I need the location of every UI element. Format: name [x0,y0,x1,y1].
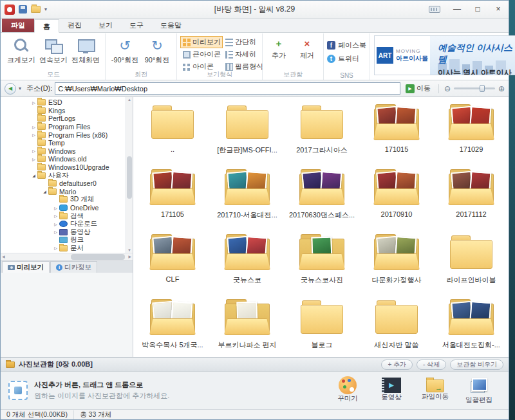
expand-arrow-icon[interactable]: ▷ [52,230,59,234]
tab-preview[interactable]: 미리보기 [2,261,50,273]
tree-item[interactable]: ◢사용자 [1,171,126,179]
facebook-button[interactable]: f 페이스북 [327,41,366,50]
save-icon[interactable] [19,5,27,14]
folder-item[interactable]: 20171112 [434,164,509,229]
twitter-button[interactable]: t 트위터 [327,54,366,64]
tool-batch-button[interactable]: 일괄편집 [461,376,497,405]
folder-item[interactable]: 굿뉴스코사진 [285,229,359,294]
expand-arrow-icon[interactable]: ▷ [30,100,37,105]
tree-item[interactable]: ▷Program Files [1,123,126,131]
archive-remove-button[interactable]: × 제거 [294,37,320,60]
expand-arrow-icon[interactable]: ▷ [30,125,37,129]
folder-item[interactable]: 부르키나파소 편지 [210,294,285,357]
zoom-out-icon[interactable]: ⊖ [444,84,451,93]
rotate-left-button[interactable]: ↺ -90°회전 [109,35,141,65]
tree-item[interactable]: Temp [1,139,126,147]
folder-item[interactable]: 171015 [359,99,434,164]
folder-item[interactable]: 20170630댄스페스... [285,164,359,229]
go-button[interactable]: ▶ 이동 [403,84,433,93]
folder-item[interactable]: 라이프인바이블 [434,229,509,294]
tree-item[interactable]: ▷검색 [1,212,126,220]
folder-item[interactable]: CLF [135,229,210,294]
tree-item[interactable]: 3D 개체 [1,196,126,204]
drop-zone-icon[interactable] [8,381,28,400]
tree-item[interactable]: PerfLogs [1,114,126,123]
minimize-button[interactable]: — [447,1,467,18]
folder-item[interactable]: 다문화가정행사 [359,229,434,294]
folder-item[interactable]: [한글판]MS-OFFI... [210,99,285,164]
app-icon[interactable] [5,5,15,15]
tree-item[interactable]: 링크 [1,236,126,244]
expand-arrow-icon[interactable]: ▷ [52,246,59,250]
tab-help[interactable]: 도움말 [152,19,190,32]
tree-item[interactable]: ▷ESD [1,98,126,107]
view-large-button[interactable]: 크게보기 [5,35,37,65]
tab-edit[interactable]: 편집 [59,19,90,32]
fullscreen-button[interactable]: 전체화면 [70,35,102,65]
folder-item[interactable]: .. [135,99,210,164]
tree-item[interactable]: ▷Windows [1,147,126,156]
tab-tools[interactable]: 도구 [121,19,152,32]
zoom-in-icon[interactable]: ⊕ [498,84,505,93]
collapse-arrow-icon[interactable]: ◢ [41,189,48,194]
continuous-view-button[interactable]: 연속보기 [37,35,70,65]
maximize-button[interactable]: □ [467,1,488,18]
archive-delete-button[interactable]: - 삭제 [417,360,446,370]
back-button[interactable]: ◀ [5,83,16,95]
folder-item[interactable]: 171029 [434,99,509,164]
scrollbar-thumb[interactable] [71,254,125,260]
rotate-right-button[interactable]: ↻ 90°회전 [141,35,173,65]
zoom-slider[interactable] [454,87,495,89]
tree-item[interactable]: ▷다운로드 [1,220,126,228]
tree-item[interactable]: Kings [1,107,126,115]
tab-home[interactable]: 홈 [34,19,59,33]
tab-exif-info[interactable]: i 디카정보 [50,261,97,273]
keyboard-icon[interactable] [429,6,440,13]
tree-item[interactable]: ▷동영상 [1,228,126,237]
viewtype-option-large-icon[interactable]: 큰아이콘 [180,48,223,60]
history-chevron-icon[interactable]: ▾ [19,86,21,91]
open-folder-icon[interactable] [31,6,41,13]
archive-add-button[interactable]: + 추가 [381,360,413,370]
archive-clear-button[interactable]: 보관함 비우기 [450,360,503,370]
tree-item[interactable]: ▷문서 [1,244,126,253]
expand-arrow-icon[interactable]: ▷ [52,222,59,226]
expand-arrow-icon[interactable]: ▷ [52,214,59,218]
folder-item[interactable]: 201710-서울대전... [210,164,285,229]
close-button[interactable]: × [488,1,509,18]
ad-banner[interactable]: ART MOVING 아트이사몰 예술적인 이사시스템 이사는 역시 아트이사몰 [374,35,515,75]
address-input[interactable] [55,82,400,95]
tree-horizontal-scrollbar[interactable]: ◀ ▶ [1,253,133,260]
scroll-down-icon[interactable]: ▼ [126,248,133,252]
expand-arrow-icon[interactable]: ▷ [30,149,37,153]
qat-chevron-icon[interactable]: ▾ [44,6,47,12]
folder-item[interactable]: 새신자반 말씀 [359,294,434,357]
folder-item[interactable]: 2017그라시아스 [285,99,359,164]
viewtype-option-details[interactable]: 자세히 [223,48,259,60]
tool-movefolder-button[interactable]: 파일이동 [417,376,453,405]
folder-item[interactable]: 굿뉴스코 [210,229,285,294]
viewtype-option-preview[interactable]: 미리보기 [180,36,223,48]
expand-arrow-icon[interactable]: ▷ [30,157,37,161]
scroll-left-icon[interactable]: ◀ [2,253,5,260]
zoom-slider-handle[interactable] [480,85,485,92]
tab-view[interactable]: 보기 [90,19,121,32]
scroll-up-icon[interactable]: ▲ [126,98,133,102]
tree-vertical-scrollbar[interactable]: ▲ ▼ [126,97,133,253]
tab-file[interactable]: 파일 [2,19,34,32]
tree-item[interactable]: ▷Windows.old [1,155,126,163]
tool-film2-button[interactable]: 동영상 [373,376,409,405]
folder-item[interactable]: 박옥수목사 5개국... [135,294,210,357]
tree-item[interactable]: ◢Mario [1,188,126,196]
expand-arrow-icon[interactable]: ▷ [52,206,59,210]
collapse-arrow-icon[interactable]: ◢ [30,173,37,178]
archive-add-button[interactable]: + 추가 [266,37,292,60]
folder-item[interactable]: 서울대전도집회-... [434,294,509,357]
tree-item[interactable]: Windows10Upgrade [1,163,126,172]
scroll-right-icon[interactable]: ▶ [128,253,131,260]
tool-palette-button[interactable]: 꾸미기 [330,376,366,405]
folder-item[interactable]: 20170910 [359,164,434,229]
tree-item[interactable]: ▷OneDrive [1,204,126,212]
folder-item[interactable]: 171105 [135,164,210,229]
folder-item[interactable]: 블로그 [285,294,359,357]
